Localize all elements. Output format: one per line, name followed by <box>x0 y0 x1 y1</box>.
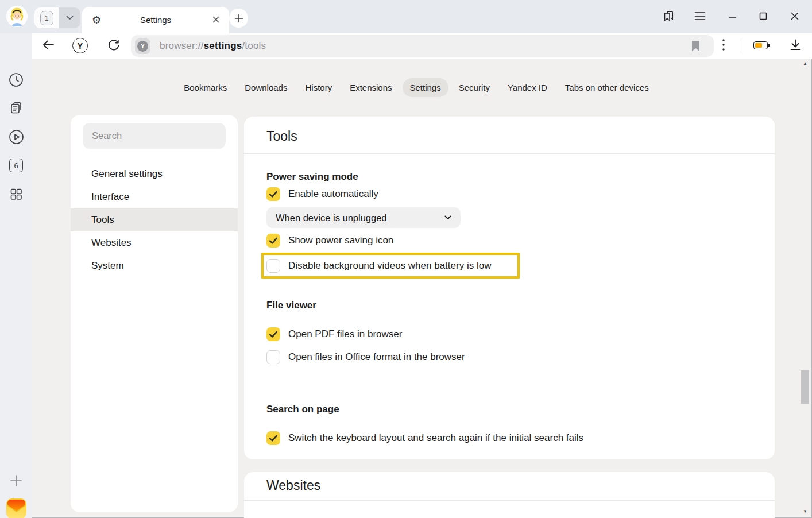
bookmarks-icon <box>662 10 675 22</box>
more-actions-button[interactable] <box>722 38 725 51</box>
address-bar[interactable]: Y browser://settings/tools <box>131 35 714 57</box>
settings-nav: Bookmarks Downloads History Extensions S… <box>32 78 801 97</box>
kebab-menu-icon <box>722 38 725 51</box>
reload-icon <box>107 38 120 51</box>
downloads-button[interactable] <box>789 38 802 51</box>
setting-label: Enable automatically <box>288 188 378 200</box>
tab-title: Settings <box>82 15 229 25</box>
yandex-logo-icon: Y <box>72 38 88 53</box>
nav-yandex-id[interactable]: Yandex ID <box>500 78 555 97</box>
download-icon <box>789 38 802 51</box>
checkbox-unchecked-icon[interactable] <box>266 350 280 364</box>
search-input[interactable] <box>83 123 226 149</box>
maximize-button[interactable] <box>753 6 774 26</box>
nav-settings[interactable]: Settings <box>403 78 448 97</box>
back-button[interactable] <box>41 38 55 52</box>
nav-bookmarks[interactable]: Bookmarks <box>176 78 234 97</box>
setting-label: Disable background videos when battery i… <box>288 260 491 272</box>
reload-button[interactable] <box>107 38 120 51</box>
settings-sidebar-card: General settings Interface Tools Website… <box>71 115 238 512</box>
tab-count-badge: 1 <box>40 11 53 25</box>
bookmark-page-button[interactable] <box>691 40 700 52</box>
add-panel-button[interactable] <box>0 474 32 487</box>
tab-close-icon[interactable] <box>212 16 220 24</box>
tab-group-count-badge: 6 <box>9 159 23 172</box>
nav-history[interactable]: History <box>297 78 339 97</box>
tab-strip: 1 ⚙ Settings <box>0 0 812 33</box>
url-text: browser://settings/tools <box>160 40 266 52</box>
url-highlight: settings <box>204 40 242 51</box>
apps-grid-icon <box>9 187 24 202</box>
power-saving-trigger-select[interactable]: When device is unplugged <box>266 207 461 228</box>
plus-icon <box>10 474 22 487</box>
nav-downloads[interactable]: Downloads <box>237 78 295 97</box>
minimize-button[interactable] <box>722 6 743 26</box>
scroll-down-arrow-icon[interactable]: ▼ <box>800 508 810 515</box>
page-title: Tools <box>244 117 775 144</box>
plus-icon <box>234 14 243 23</box>
card-divider <box>244 500 775 501</box>
video-button[interactable] <box>0 129 32 145</box>
setting-row-open-office[interactable]: Open files in Office format in the brows… <box>244 346 775 369</box>
websites-card-title: Websites <box>244 472 775 493</box>
news-pages-icon <box>9 100 24 115</box>
site-badge[interactable]: Y <box>135 38 150 54</box>
clock-icon <box>9 72 24 87</box>
power-saving-battery-button[interactable] <box>753 41 768 49</box>
setting-label: Open PDF files in browser <box>288 328 402 340</box>
feed-button[interactable] <box>0 100 32 115</box>
checkbox-checked-icon[interactable] <box>266 431 280 445</box>
checkbox-checked-icon[interactable] <box>266 327 280 341</box>
search-on-page-section-title: Search on page <box>244 404 775 415</box>
profile-avatar[interactable] <box>6 6 28 27</box>
setting-row-open-pdf[interactable]: Open PDF files in browser <box>244 323 775 346</box>
yandex-mail-button[interactable] <box>0 498 32 518</box>
tab-list-dropdown-button[interactable] <box>59 7 80 28</box>
nav-security[interactable]: Security <box>451 78 497 97</box>
side-rail: 6 <box>0 33 32 518</box>
tab-settings[interactable]: ⚙ Settings <box>82 7 229 33</box>
scroll-up-arrow-icon[interactable]: ▲ <box>800 60 810 67</box>
back-arrow-icon <box>41 38 55 52</box>
close-window-button[interactable] <box>784 6 805 26</box>
checkbox-checked-icon[interactable] <box>266 234 280 248</box>
nav-extensions[interactable]: Extensions <box>342 78 399 97</box>
services-button[interactable] <box>0 187 32 202</box>
scrollbar-thumb[interactable] <box>801 370 809 404</box>
toolbar-separator <box>741 38 741 54</box>
select-value: When device is unplugged <box>276 212 444 223</box>
tab-counter-widget: 1 <box>34 7 80 28</box>
menu-button[interactable] <box>690 6 710 26</box>
new-tab-button[interactable] <box>229 9 248 28</box>
setting-label: Show power saving icon <box>288 235 393 246</box>
maximize-icon <box>759 11 768 21</box>
minimize-icon <box>728 11 737 21</box>
history-button[interactable] <box>0 72 32 87</box>
yandex-home-button[interactable]: Y <box>72 38 88 53</box>
checkbox-unchecked-icon[interactable] <box>266 259 280 273</box>
sidebar-item-general-settings[interactable]: General settings <box>71 163 238 185</box>
setting-row-switch-keyboard-layout[interactable]: Switch the keyboard layout and search ag… <box>244 427 775 450</box>
setting-row-disable-background-videos[interactable]: Disable background videos when battery i… <box>264 259 491 273</box>
chevron-down-icon <box>444 215 451 220</box>
browser-toolbar: Y Y browser://settings/tools <box>32 33 812 59</box>
tab-groups-button[interactable]: 6 <box>0 159 32 172</box>
setting-row-enable-automatically[interactable]: Enable automatically <box>244 183 775 206</box>
card-divider <box>244 153 775 154</box>
chevron-down-icon <box>66 16 74 20</box>
tools-settings-card: Tools Power saving mode Enable automatic… <box>244 117 775 459</box>
highlight-frame: Disable background videos when battery i… <box>261 253 520 279</box>
setting-row-show-power-saving-icon[interactable]: Show power saving icon <box>244 229 775 252</box>
sidebar-item-websites[interactable]: Websites <box>71 231 238 254</box>
bookmarks-panel-button[interactable] <box>658 6 679 26</box>
tab-group-button[interactable]: 1 <box>34 7 59 28</box>
checkbox-checked-icon[interactable] <box>266 187 280 201</box>
sidebar-item-interface[interactable]: Interface <box>71 185 238 208</box>
sidebar-item-tools[interactable]: Tools <box>71 208 238 231</box>
bookmark-flag-icon <box>691 40 700 52</box>
page-scrollbar[interactable]: ▲ ▼ <box>800 60 810 515</box>
play-circle-icon <box>9 129 24 145</box>
nav-tabs-other-devices[interactable]: Tabs on other devices <box>558 78 656 97</box>
sidebar-item-system[interactable]: System <box>71 254 238 277</box>
power-saving-section-title: Power saving mode <box>244 171 775 183</box>
